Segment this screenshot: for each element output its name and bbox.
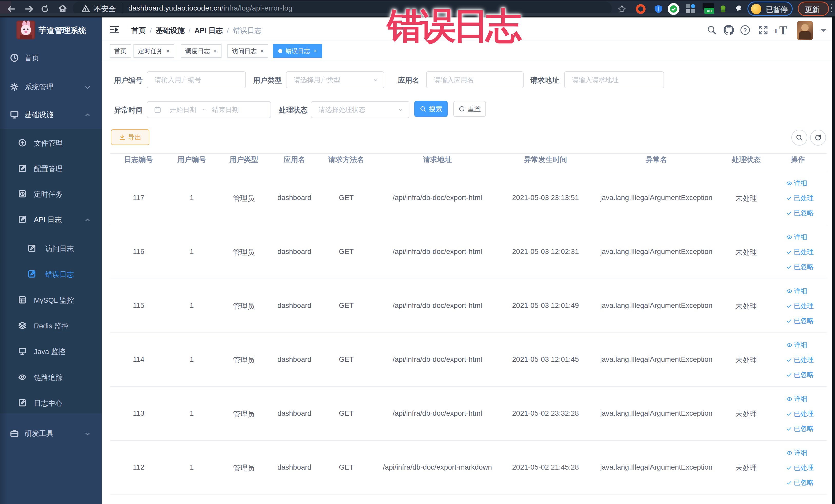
svg-text:?: ? xyxy=(744,27,747,33)
